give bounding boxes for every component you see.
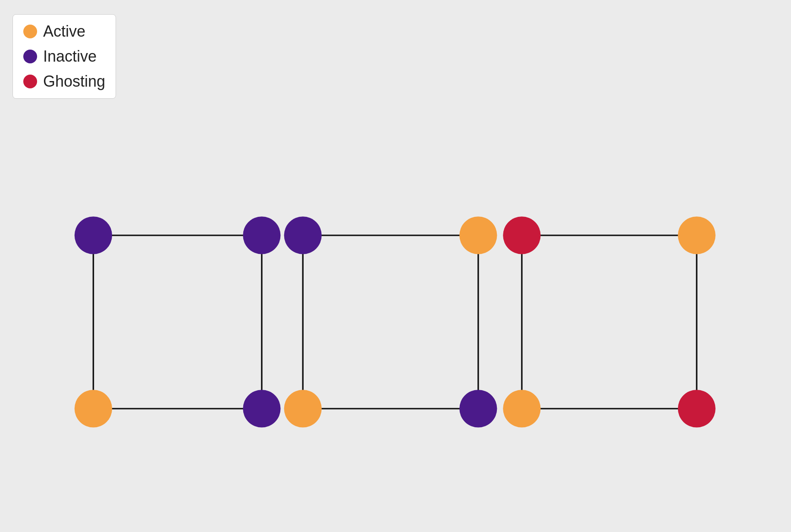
graph-node-n8 <box>243 390 280 427</box>
graph-node-n12 <box>678 390 716 427</box>
graph-node-n7 <box>75 390 112 427</box>
graph-node-n3 <box>284 216 322 254</box>
graph-node-n10 <box>459 390 497 427</box>
inactive-dot <box>23 50 37 63</box>
graph-svg <box>22 99 769 446</box>
active-dot <box>23 25 37 38</box>
graph-node-n6 <box>678 216 716 254</box>
graph-node-n5 <box>503 216 540 254</box>
legend-item-active: Active <box>23 22 105 41</box>
ghosting-dot <box>23 75 37 88</box>
graph-node-n1 <box>75 216 112 254</box>
legend: ActiveInactiveGhosting <box>13 14 116 99</box>
graph-node-n9 <box>284 390 322 427</box>
graph-node-n2 <box>243 216 280 254</box>
inactive-label: Inactive <box>43 47 97 66</box>
graph-node-n4 <box>459 216 497 254</box>
graph-node-n11 <box>503 390 540 427</box>
legend-item-inactive: Inactive <box>23 47 105 66</box>
legend-item-ghosting: Ghosting <box>23 72 105 91</box>
graph-area <box>22 99 769 446</box>
ghosting-label: Ghosting <box>43 72 105 91</box>
active-label: Active <box>43 22 85 41</box>
